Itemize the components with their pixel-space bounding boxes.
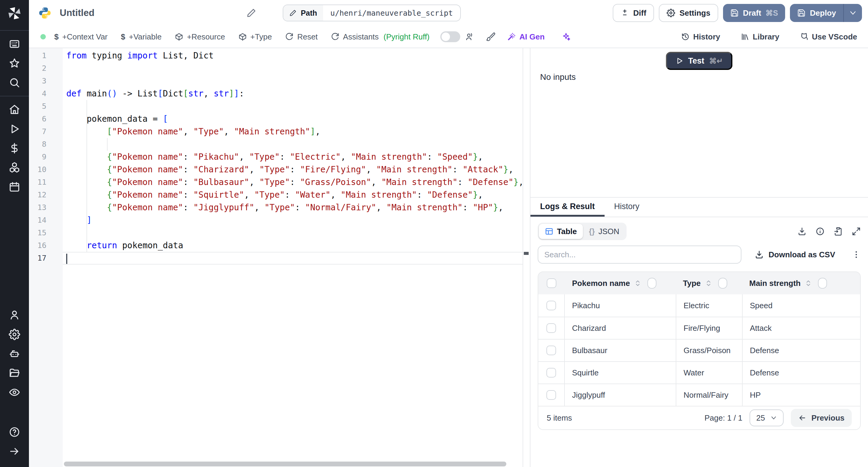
save-icon (730, 9, 739, 17)
sidebar-item-settings[interactable] (0, 325, 29, 344)
code-line[interactable]: {"Pokemon name": "Charizard", "Type": "F… (63, 163, 523, 176)
windmill-script-editor: Untitled Path u/henri/maneuverable_scrip… (0, 0, 868, 467)
diff-button[interactable]: Diff (613, 4, 654, 22)
folder-icon (9, 367, 20, 379)
row-checkbox[interactable] (547, 390, 556, 400)
line-number: 1 (29, 50, 63, 62)
windmill-logo[interactable] (0, 0, 29, 27)
sort-arrows-icon[interactable] (705, 280, 712, 287)
code-line[interactable]: from typing import List, Dict (63, 50, 523, 62)
code-line[interactable]: pokemon_data = [ (63, 113, 523, 125)
code-editor[interactable]: 1234567891011121314151617 from typing im… (29, 48, 530, 467)
sort-arrows-icon[interactable] (634, 280, 641, 287)
table-row: PikachuElectricSpeed (538, 294, 860, 317)
add-resource-button[interactable]: +Resource (175, 32, 225, 41)
result-search-input[interactable] (538, 246, 741, 263)
page-size-select[interactable]: 25 (749, 409, 784, 426)
history-button[interactable]: History (681, 32, 720, 41)
left-sidebar (0, 0, 29, 467)
sparkles-icon[interactable] (561, 32, 570, 41)
multiplayer-toggle[interactable] (440, 31, 460, 42)
add-context-var-button[interactable]: $+Context Var (54, 32, 107, 41)
code-line[interactable] (63, 62, 523, 75)
code-line[interactable]: {"Pokemon name": "Bulbasaur", "Type": "G… (63, 176, 523, 189)
result-table: Pokemon nameTypeMain strength PikachuEle… (538, 272, 861, 430)
row-checkbox[interactable] (547, 346, 556, 355)
status-dot (40, 34, 46, 39)
sidebar-item-favorites[interactable] (0, 54, 29, 73)
add-variable-button[interactable]: $+Variable (121, 32, 161, 41)
code-line[interactable]: def main() -> List[Dict[str, str]]: (63, 87, 523, 100)
code-line[interactable]: {"Pokemon name": "Jigglypuff", "Type": "… (63, 201, 523, 214)
reset-button[interactable]: Reset (285, 32, 318, 41)
view-json-button[interactable]: {} JSON (583, 224, 625, 239)
view-table-button[interactable]: Table (539, 224, 583, 239)
download-csv-button[interactable]: Download as CSV (755, 250, 835, 259)
result-tab-history[interactable]: History (604, 198, 649, 217)
row-checkbox[interactable] (547, 368, 556, 377)
path-value[interactable]: u/henri/maneuverable_script (323, 9, 460, 18)
test-button[interactable]: Test ⌘↵ (666, 52, 733, 70)
path-input[interactable]: Path u/henri/maneuverable_script (283, 4, 461, 21)
code-line[interactable] (63, 252, 523, 264)
sidebar-expand-button[interactable] (0, 442, 29, 461)
horizontal-scrollbar[interactable] (64, 462, 506, 466)
deploy-dropdown-button[interactable] (844, 4, 862, 22)
row-checkbox[interactable] (547, 301, 556, 310)
code-line[interactable] (63, 226, 523, 239)
row-checkbox[interactable] (547, 323, 556, 333)
sidebar-item-resources[interactable] (0, 158, 29, 177)
download-result-icon[interactable] (798, 227, 807, 236)
arrow-left-icon (798, 414, 807, 422)
code-line[interactable]: {"Pokemon name": "Squirtle", "Type": "Wa… (63, 189, 523, 201)
code-line[interactable] (63, 75, 523, 87)
code-line[interactable] (63, 138, 523, 151)
code-line[interactable]: ] (63, 214, 523, 226)
sidebar-item-search[interactable] (0, 73, 29, 92)
copy-clipboard-icon[interactable] (834, 227, 843, 236)
code-lines[interactable]: from typing import List, Dictdef main() … (63, 50, 523, 264)
line-number: 11 (29, 176, 63, 189)
add-type-button[interactable]: +Type (239, 32, 272, 41)
library-button[interactable]: Library (741, 32, 779, 41)
sidebar-item-schedules[interactable] (0, 177, 29, 196)
sidebar-item-audit-logs[interactable] (0, 383, 29, 402)
sidebar-item-folders[interactable] (0, 363, 29, 383)
refresh-icon (285, 33, 293, 41)
sidebar-item-variables[interactable] (0, 138, 29, 158)
code-line[interactable]: {"Pokemon name": "Pikachu", "Type": "Ele… (63, 151, 523, 163)
code-line[interactable]: return pokemon_data (63, 239, 523, 252)
expand-icon[interactable] (852, 227, 861, 236)
lint-status[interactable]: (Pyright Ruff) (384, 32, 430, 41)
ai-gen-button[interactable]: AI Gen (507, 32, 545, 41)
edit-summary-button[interactable] (247, 8, 256, 18)
column-toggle[interactable] (718, 278, 727, 289)
user-icon (9, 309, 20, 321)
search-icon (9, 77, 20, 88)
use-vscode-button[interactable]: Use VScode (800, 32, 857, 41)
info-icon[interactable] (815, 227, 825, 236)
table-options-kebab-icon[interactable] (852, 250, 861, 259)
settings-button[interactable]: Settings (659, 4, 718, 22)
sidebar-item-workspace[interactable] (0, 34, 29, 54)
library-icon (741, 33, 749, 41)
deploy-button[interactable]: Deploy (790, 4, 843, 22)
column-toggle[interactable] (818, 278, 827, 289)
code-line[interactable]: ["Pokemon name", "Type", "Main strength"… (63, 125, 523, 138)
row-checkbox[interactable] (547, 278, 556, 288)
sidebar-item-users[interactable] (0, 306, 29, 325)
result-tab-logs-result[interactable]: Logs & Result (530, 198, 604, 217)
sidebar-item-workers[interactable] (0, 344, 29, 363)
previous-page-button[interactable]: Previous (791, 409, 852, 427)
sidebar-item-runs[interactable] (0, 119, 29, 138)
code-line[interactable] (63, 100, 523, 113)
sidebar-item-home[interactable] (0, 100, 29, 119)
column-toggle[interactable] (647, 278, 656, 289)
draft-button[interactable]: Draft ⌘S (723, 4, 785, 22)
overview-ruler-cursor-mark (524, 252, 529, 255)
sort-arrows-icon[interactable] (805, 280, 812, 287)
sidebar-item-help[interactable] (0, 423, 29, 442)
assistants-button[interactable]: Assistants (331, 32, 379, 41)
multiplayer-users-icon[interactable] (465, 32, 474, 41)
format-brush-icon[interactable] (486, 32, 495, 41)
